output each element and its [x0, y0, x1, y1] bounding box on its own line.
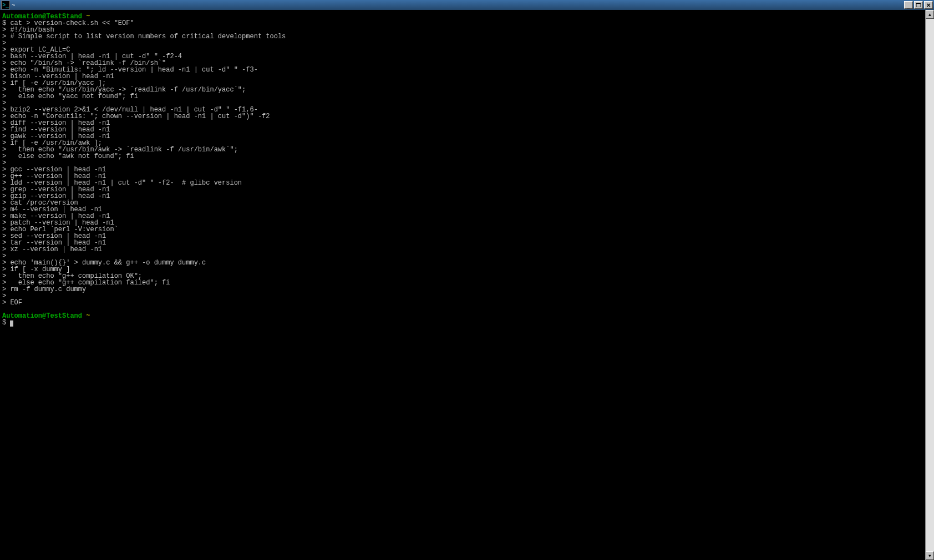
vertical-scrollbar[interactable]: ▲ ▼ [925, 10, 934, 560]
terminal-line: > make --version | head -n1 [2, 213, 925, 220]
maximize-button[interactable] [914, 1, 923, 9]
terminal-line: Automation@TestStand ~ [2, 13, 925, 20]
terminal-app-icon-glyph: >_ [2, 2, 8, 8]
terminal-line: $ cat > version-check.sh << "EOF" [2, 20, 925, 27]
terminal-line: > echo Perl `perl -V:version` [2, 226, 925, 233]
terminal-line: > m4 --version | head -n1 [2, 206, 925, 213]
terminal-line: $ [2, 319, 925, 326]
maximize-icon [916, 3, 921, 7]
terminal-line: > echo -n "Binutils: "; ld --version | h… [2, 67, 925, 73]
terminal-line: > rm -f dummy.c dummy [2, 286, 925, 293]
terminal-line: > echo 'main(){}' > dummy.c && g++ -o du… [2, 259, 925, 266]
terminal-line: > patch --version | head -n1 [2, 220, 925, 226]
terminal-line: > sed --version | head -n1 [2, 233, 925, 240]
terminal-line: > EOF [2, 299, 925, 306]
cursor [10, 320, 13, 327]
terminal-line: > [2, 160, 925, 166]
minimize-button[interactable]: _ [904, 1, 913, 9]
terminal-line: > gzip --version | head -n1 [2, 193, 925, 200]
terminal-line: > then echo "/usr/bin/awk -> `readlink -… [2, 146, 925, 153]
terminal-line: > bison --version | head -n1 [2, 73, 925, 80]
terminal-line: > ldd --version | head -n1 | cut -d" " -… [2, 180, 925, 186]
terminal-line: > else echo "yacc not found"; fi [2, 93, 925, 100]
terminal-line: Automation@TestStand ~ [2, 313, 925, 319]
scroll-track[interactable] [926, 19, 934, 551]
terminal-line: > gawk --version | head -n1 [2, 133, 925, 140]
svg-rect-1 [916, 3, 921, 4]
terminal-line: > [2, 40, 925, 47]
terminal[interactable]: Automation@TestStand ~$ cat > version-ch… [0, 10, 925, 560]
terminal-line: > grep --version | head -n1 [2, 186, 925, 193]
client-area: Automation@TestStand ~$ cat > version-ch… [0, 10, 934, 560]
terminal-line: > [2, 293, 925, 299]
terminal-line: > xz --version | head -n1 [2, 246, 925, 253]
scroll-up-button[interactable]: ▲ [926, 10, 934, 19]
terminal-line: > else echo "awk not found"; fi [2, 153, 925, 160]
terminal-line: > find --version | head -n1 [2, 126, 925, 133]
window-title: ~ [12, 2, 15, 8]
terminal-line [2, 306, 925, 313]
terminal-line: > tar --version | head -n1 [2, 240, 925, 246]
close-icon: ✕ [926, 2, 931, 8]
terminal-line: > diff --version | head -n1 [2, 120, 925, 126]
terminal-line: > then echo "/usr/bin/yacc -> `readlink … [2, 86, 925, 93]
terminal-app-icon: >_ [1, 1, 10, 9]
titlebar[interactable]: >_ ~ _ ✕ [0, 0, 934, 10]
terminal-line: > cat /proc/version [2, 200, 925, 206]
scroll-down-button[interactable]: ▼ [926, 551, 934, 560]
window-buttons: _ ✕ [903, 1, 933, 9]
terminal-line: > else echo "g++ compilation failed"; fi [2, 279, 925, 286]
minimize-icon: _ [907, 4, 910, 9]
close-button[interactable]: ✕ [924, 1, 933, 9]
terminal-line: > gcc --version | head -n1 [2, 166, 925, 173]
terminal-line: > # Simple script to list version number… [2, 33, 925, 40]
terminal-line: > echo -n "Coreutils: "; chown --version… [2, 113, 925, 120]
